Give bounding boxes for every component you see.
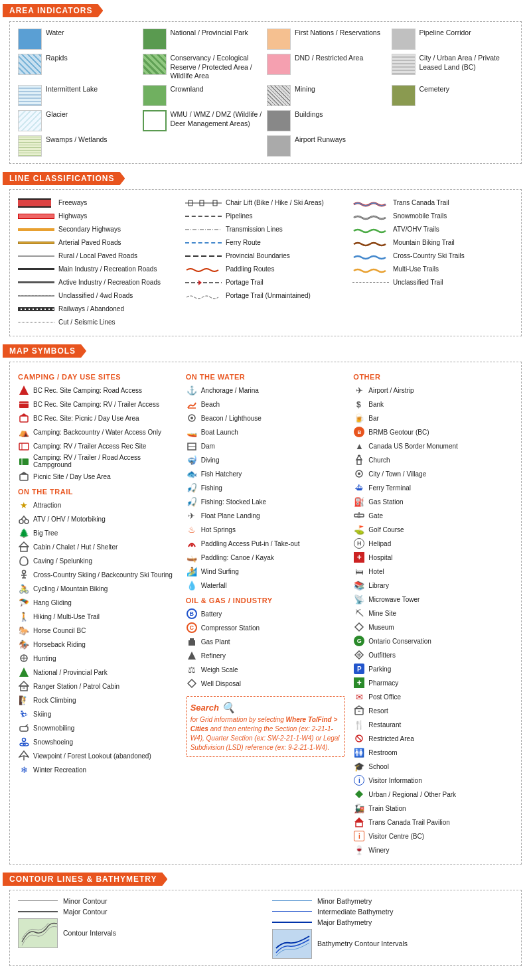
sym-gas-station: ⛽ Gas Station [353,495,513,509]
area-label-rapids: Rapids [46,54,68,63]
svg-marker-69 [355,790,363,798]
area-label-glacier: Glacier [46,110,68,119]
line-item-ferry: Ferry Route [185,236,346,249]
bathy-intervals-label: Bathymetry Contour Intervals [317,940,408,947]
refinery-icon [186,650,198,662]
sym-anchorage: ⚓ Anchorage / Marina [186,384,346,397]
sym-float-plane: ✈ Float Plane Landing [186,509,346,523]
sym-winter-rec: ❄ Winter Recreation [18,763,178,777]
area-label-swamps: Swamps / Wetlands [46,135,108,145]
sym-restricted: Restricted Area [353,732,513,746]
line-sym-cut [18,317,54,328]
sym-hunting: Hunting [18,652,178,665]
wind-surfing-icon: 🏄 [186,565,198,577]
line-sym-portage [185,277,222,288]
hiking-label: Hiking / Multi-Use Trail [33,613,100,620]
swatch-water [18,29,42,50]
bathy-major-label: Major Bathymetry [317,918,372,926]
line-item-unclassified: Unclassified / 4wd Roads [18,289,179,303]
waterfall-icon: 💧 [186,579,198,591]
line-item-rural: Rural / Local Paved Roads [18,249,179,263]
sym-beacon: Beacon / Lighthouse [186,411,346,425]
diving-icon: 🤿 [186,454,198,466]
sym-church: Church [353,453,513,467]
contour-section: CONTOUR LINES & BATHYMETRY Minor Contour… [3,873,528,966]
area-item-rapids: Rapids [18,54,140,81]
line-classifications-title: LINE CLASSIFICATIONS [3,172,125,185]
line-label-active-industry: Active Industry / Recreation Roads [58,279,161,286]
sym-visitor-centre: i Visitor Centre (BC) [353,829,513,843]
line-sym-pipelines [185,211,222,222]
sym-dam: Dam [186,439,346,453]
active-industry-icon [18,281,54,283]
svg-line-68 [356,736,362,741]
well-disposal-icon [186,677,198,689]
gas-station-label: Gas Station [368,498,403,506]
contour-intervals-label: Contour Intervals [63,929,116,937]
provincial-icon [185,253,222,259]
sym-rock-climbing: 🧗 Rock Climbing [18,693,178,707]
sym-fish-hatchery: 🐟 Fish Hatchery [186,467,346,481]
sym-bar: 🍺 Bar [353,411,513,425]
bar-icon: 🍺 [353,412,365,424]
line-item-railways: Railways / Abandoned [18,303,179,316]
line-label-highways: Highways [58,212,87,220]
sym-outfitters: Outfitters [353,648,513,662]
symbols-col2: ON THE WATER ⚓ Anchorage / Marina Beach [186,369,346,857]
area-item-national: National / Provincial Park [143,29,265,50]
area-label-dnd: DND / Restricted Area [295,54,363,63]
float-plane-icon: ✈ [186,510,198,522]
camping-rv-icon [18,440,30,452]
horse-council-label: Horse Council BC [33,627,86,634]
svg-marker-65 [355,706,363,709]
sym-nat-park: National / Provincial Park [18,665,178,679]
bathy-intervals: Bathymetry Contour Intervals [272,929,513,959]
horseback-label: Horseback Riding [33,641,86,648]
weigh-scale-label: Weigh Scale [201,666,238,673]
camping-backcountry-icon: ⛺ [18,426,30,438]
sym-cycling: 🚴 Cycling / Mountain Biking [18,582,178,596]
fishing-label: Fishing [201,484,222,492]
bathy-major-line [272,922,312,923]
line-sym-snowmobile [352,211,389,222]
sym-ferry-terminal: ⛴ Ferry Terminal [353,481,513,495]
area-item-pipeline: Pipeline Corridor [392,29,514,50]
swatch-swamps [18,135,42,157]
line-item-xcski: Cross-Country Ski Trails [352,249,513,263]
church-icon [353,454,365,466]
symbols-col1: CAMPING / DAY USE SITES BC Rec. Site Cam… [18,369,178,857]
svg-rect-21 [21,547,27,551]
bathy-img [272,929,312,959]
tc-pavilion-icon [353,816,365,828]
on-trail-title: ON THE TRAIL [18,488,178,496]
snowshoeing-icon [18,736,30,748]
contour-box: Minor Contour Major Contour [9,890,522,966]
line-item-transmission: Transmission Lines [185,223,346,236]
sym-museum: Museum [353,620,513,634]
area-indicators-header: AREA INDICATORS [3,4,528,17]
line-classifications-header: LINE CLASSIFICATIONS [3,172,528,185]
hot-springs-icon: ♨ [186,524,198,535]
search-box: Search 🔍 for Grid information by selecti… [186,696,346,757]
swatch-wmu [143,110,167,131]
portage-icon [185,278,222,287]
golf-label: Golf Course [368,526,404,533]
swatch-cemetery [392,85,416,106]
sym-wind-surfing: 🏄 Wind Surfing [186,565,346,579]
line-label-snowmobile: Snowmobile Trails [393,212,447,220]
line-label-atv: ATV/OHV Trails [393,226,439,233]
swatch-firstnations [267,29,291,50]
snowmobiling-icon [18,722,30,734]
visitor-centre-icon: i [353,830,365,842]
line-sym-main-industry [18,264,54,275]
sym-snowmobiling: Snowmobiling [18,721,178,735]
search-icon: 🔍 [222,701,235,715]
sym-train: 🚂 Train Station [353,802,513,815]
line-sym-unclassified [18,291,54,301]
swatch-airport [267,135,291,157]
xcski-icon [352,251,389,261]
on-water-title: ON THE WATER [186,373,346,381]
svg-point-42 [190,417,193,419]
line-label-cut: Cut / Seismic Lines [58,318,115,326]
sym-bc-rec-rv: BC Rec. Site Camping: RV / Trailer Acces… [18,397,178,411]
